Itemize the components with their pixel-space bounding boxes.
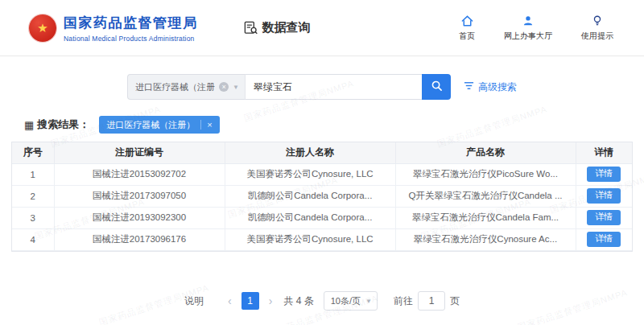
nav-label-home: 首页 bbox=[459, 31, 475, 42]
clear-category-icon[interactable]: × bbox=[219, 82, 229, 92]
results-table: 序号 注册证编号 注册人名称 产品名称 详情 1 国械注进20153092702… bbox=[12, 142, 632, 251]
header: ★ 国家药品监督管理局 National Medical Products Ad… bbox=[0, 0, 644, 56]
nav-item-tips[interactable]: 使用提示 bbox=[581, 14, 613, 42]
nav-item-home[interactable]: 首页 bbox=[459, 14, 475, 42]
table-row: 4 国械注进20173096176 美国赛诺秀公司Cynosure, LLC 翠… bbox=[12, 228, 632, 250]
app-title-label: 数据查询 bbox=[262, 20, 311, 35]
filter-icon bbox=[464, 80, 474, 93]
search-input[interactable] bbox=[245, 74, 422, 100]
cell-registrant: 美国赛诺秀公司Cynosure, LLC bbox=[225, 163, 395, 185]
brand: ★ 国家药品监督管理局 National Medical Products Ad… bbox=[29, 14, 198, 43]
pagination: 说明 ‹ 1 › 共 4 条 10条/页 ▼ 前往 页 bbox=[0, 291, 644, 311]
table-row: 1 国械注进20153092702 美国赛诺秀公司Cynosure, LLC 翠… bbox=[12, 163, 632, 185]
chevron-down-icon: ▼ bbox=[233, 84, 239, 91]
cell-product: Q开关翠绿宝石激光治疗仪Candela ... bbox=[395, 185, 576, 207]
bulb-icon bbox=[591, 14, 604, 27]
table-header-row: 序号 注册证编号 注册人名称 产品名称 详情 bbox=[12, 142, 632, 163]
next-page-icon[interactable]: › bbox=[267, 294, 275, 307]
goto-suffix: 页 bbox=[450, 294, 460, 308]
category-select[interactable]: 进口医疗器械（注册） × ▼ bbox=[127, 74, 245, 100]
col-header-detail: 详情 bbox=[576, 142, 632, 163]
nmpa-data-query-page: 国家药品监督管理局NMPA 国家药品监督管理局NMPA 国家药品监督管理局NMP… bbox=[0, 0, 644, 325]
app-title: 数据查询 bbox=[243, 20, 311, 35]
top-nav: 首页 网上办事大厅 使 bbox=[459, 14, 613, 42]
col-header-product: 产品名称 bbox=[395, 142, 576, 163]
goto-page-input[interactable] bbox=[418, 291, 445, 311]
nav-label-service-hall: 网上办事大厅 bbox=[504, 31, 552, 42]
chevron-down-icon: ▼ bbox=[365, 298, 372, 305]
detail-button[interactable]: 详情 bbox=[587, 167, 621, 181]
note-link[interactable]: 说明 bbox=[184, 294, 204, 308]
prev-page-icon[interactable]: ‹ bbox=[226, 294, 233, 307]
cell-cert-no: 国械注进20153092702 bbox=[54, 163, 225, 185]
nav-item-service-hall[interactable]: 网上办事大厅 bbox=[504, 14, 552, 42]
cell-cert-no: 国械注进20173096176 bbox=[54, 228, 225, 250]
home-icon bbox=[460, 14, 474, 27]
filter-tag[interactable]: 进口医疗器械（注册） × bbox=[99, 116, 219, 134]
advanced-search-label: 高级搜索 bbox=[478, 80, 517, 94]
tag-close-icon[interactable]: × bbox=[200, 120, 212, 130]
nav-label-tips: 使用提示 bbox=[581, 31, 613, 42]
col-header-cert-no: 注册证编号 bbox=[54, 142, 225, 163]
brand-text: 国家药品监督管理局 National Medical Products Admi… bbox=[64, 14, 198, 43]
detail-button[interactable]: 详情 bbox=[587, 188, 621, 203]
national-emblem-logo: ★ bbox=[29, 14, 56, 42]
user-icon bbox=[522, 14, 535, 27]
page-size-select[interactable]: 10条/页 ▼ bbox=[324, 291, 378, 311]
cell-index: 4 bbox=[12, 228, 54, 250]
results-label-text: 搜索结果： bbox=[37, 117, 89, 132]
cell-cert-no: 国械注进20173097050 bbox=[54, 185, 225, 207]
cell-registrant: 凯德朗公司Candela Corpora... bbox=[225, 185, 395, 207]
cell-product: 翠绿宝石激光治疗仪Candela Fam... bbox=[395, 207, 576, 228]
cell-registrant: 美国赛诺秀公司Cynosure, LLC bbox=[225, 228, 395, 250]
col-header-index: 序号 bbox=[12, 142, 54, 163]
goto-group: 前往 页 bbox=[394, 291, 460, 311]
cell-product: 翠绿宝石激光治疗仪PicoSure Wo... bbox=[395, 163, 576, 185]
advanced-search-link[interactable]: 高级搜索 bbox=[464, 80, 517, 94]
total-count: 共 4 条 bbox=[283, 294, 313, 308]
table-row: 3 国械注进20193092300 凯德朗公司Candela Corpora..… bbox=[12, 207, 632, 228]
search-group: 进口医疗器械（注册） × ▼ bbox=[127, 74, 451, 100]
results-table-wrap: 序号 注册证编号 注册人名称 产品名称 详情 1 国械注进20153092702… bbox=[11, 142, 633, 252]
detail-button[interactable]: 详情 bbox=[587, 210, 621, 224]
goto-label: 前往 bbox=[394, 294, 413, 308]
col-header-registrant: 注册人名称 bbox=[225, 142, 395, 163]
cell-index: 2 bbox=[12, 185, 54, 207]
search-button[interactable] bbox=[422, 74, 451, 100]
detail-button[interactable]: 详情 bbox=[587, 232, 621, 246]
results-label: ▦ 搜索结果： bbox=[24, 117, 89, 132]
search-section: 进口医疗器械（注册） × ▼ bbox=[0, 56, 644, 109]
search-icon bbox=[431, 80, 443, 94]
page-number-1[interactable]: 1 bbox=[242, 292, 259, 310]
org-name-cn: 国家药品监督管理局 bbox=[64, 14, 198, 32]
org-name-en: National Medical Products Administration bbox=[64, 35, 198, 43]
results-grid-icon: ▦ bbox=[24, 119, 34, 131]
cell-index: 3 bbox=[12, 207, 54, 228]
results-bar: ▦ 搜索结果： 进口医疗器械（注册） × bbox=[0, 109, 644, 142]
table-row: 2 国械注进20173097050 凯德朗公司Candela Corpora..… bbox=[12, 185, 632, 207]
cell-cert-no: 国械注进20193092300 bbox=[54, 207, 225, 228]
cell-product: 翠绿宝石激光治疗仪Cynosure Ac... bbox=[395, 228, 576, 250]
page-size-value: 10条/页 bbox=[331, 295, 361, 307]
data-query-icon bbox=[243, 20, 258, 35]
category-select-value: 进口医疗器械（注册） bbox=[135, 81, 215, 93]
cell-registrant: 凯德朗公司Candela Corpora... bbox=[225, 207, 395, 228]
filter-tag-label: 进口医疗器械（注册） bbox=[106, 119, 195, 131]
cell-index: 1 bbox=[12, 163, 54, 185]
